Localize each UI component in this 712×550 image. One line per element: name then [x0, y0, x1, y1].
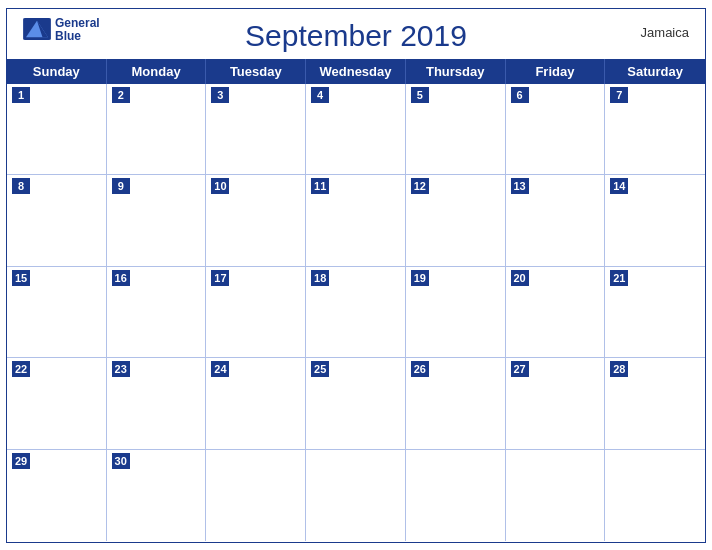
week-row-5: 2930	[7, 450, 705, 542]
calendar: General Blue September 2019 Jamaica Sund…	[6, 8, 706, 543]
week-row-1: 1234567	[7, 84, 705, 176]
date-number: 8	[12, 178, 30, 194]
week-row-4: 22232425262728	[7, 358, 705, 450]
calendar-cell	[406, 450, 506, 542]
calendar-header: General Blue September 2019 Jamaica	[7, 9, 705, 59]
week-row-2: 891011121314	[7, 175, 705, 267]
calendar-cell: 8	[7, 175, 107, 267]
calendar-cell: 25	[306, 358, 406, 450]
date-number: 4	[311, 87, 329, 103]
calendar-cell: 22	[7, 358, 107, 450]
calendar-cell: 15	[7, 267, 107, 359]
country-label: Jamaica	[641, 25, 689, 40]
date-number: 24	[211, 361, 229, 377]
date-number: 7	[610, 87, 628, 103]
date-number: 16	[112, 270, 130, 286]
calendar-cell: 20	[506, 267, 606, 359]
logo-general-text: General	[55, 17, 100, 30]
calendar-cell: 1	[7, 84, 107, 176]
calendar-cell: 30	[107, 450, 207, 542]
calendar-cell: 7	[605, 84, 705, 176]
day-header-saturday: Saturday	[605, 59, 705, 84]
calendar-cell	[506, 450, 606, 542]
calendar-cell: 4	[306, 84, 406, 176]
month-title: September 2019	[23, 19, 689, 53]
calendar-cell: 29	[7, 450, 107, 542]
days-header: SundayMondayTuesdayWednesdayThursdayFrid…	[7, 59, 705, 84]
day-header-friday: Friday	[506, 59, 606, 84]
week-row-3: 15161718192021	[7, 267, 705, 359]
date-number: 23	[112, 361, 130, 377]
logo-text: General Blue	[55, 17, 100, 43]
calendar-cell: 26	[406, 358, 506, 450]
logo-blue-text: Blue	[55, 30, 100, 43]
date-number: 30	[112, 453, 130, 469]
date-number: 17	[211, 270, 229, 286]
calendar-cell: 5	[406, 84, 506, 176]
date-number: 29	[12, 453, 30, 469]
date-number: 22	[12, 361, 30, 377]
date-number: 14	[610, 178, 628, 194]
date-number: 19	[411, 270, 429, 286]
calendar-cell: 18	[306, 267, 406, 359]
calendar-cell	[306, 450, 406, 542]
calendar-cell: 3	[206, 84, 306, 176]
calendar-cell: 28	[605, 358, 705, 450]
calendar-cell: 6	[506, 84, 606, 176]
calendar-cell: 19	[406, 267, 506, 359]
logo-icon	[23, 18, 51, 40]
date-number: 1	[12, 87, 30, 103]
calendar-cell: 10	[206, 175, 306, 267]
calendar-cell: 14	[605, 175, 705, 267]
day-header-thursday: Thursday	[406, 59, 506, 84]
calendar-cell: 16	[107, 267, 207, 359]
calendar-cell	[605, 450, 705, 542]
date-number: 10	[211, 178, 229, 194]
date-number: 12	[411, 178, 429, 194]
date-number: 2	[112, 87, 130, 103]
date-number: 25	[311, 361, 329, 377]
date-number: 6	[511, 87, 529, 103]
calendar-cell: 13	[506, 175, 606, 267]
calendar-cell	[206, 450, 306, 542]
day-header-wednesday: Wednesday	[306, 59, 406, 84]
day-header-tuesday: Tuesday	[206, 59, 306, 84]
calendar-cell: 11	[306, 175, 406, 267]
calendar-cell: 12	[406, 175, 506, 267]
date-number: 26	[411, 361, 429, 377]
date-number: 5	[411, 87, 429, 103]
date-number: 3	[211, 87, 229, 103]
calendar-cell: 23	[107, 358, 207, 450]
day-header-monday: Monday	[107, 59, 207, 84]
calendar-cell: 21	[605, 267, 705, 359]
calendar-cell: 24	[206, 358, 306, 450]
day-header-sunday: Sunday	[7, 59, 107, 84]
date-number: 13	[511, 178, 529, 194]
logo-area: General Blue	[23, 17, 100, 43]
date-number: 21	[610, 270, 628, 286]
logo-wrapper: General Blue	[23, 17, 100, 43]
calendar-cell: 27	[506, 358, 606, 450]
date-number: 20	[511, 270, 529, 286]
date-number: 27	[511, 361, 529, 377]
calendar-cell: 2	[107, 84, 207, 176]
date-number: 18	[311, 270, 329, 286]
calendar-cell: 17	[206, 267, 306, 359]
date-number: 11	[311, 178, 329, 194]
date-number: 28	[610, 361, 628, 377]
date-number: 15	[12, 270, 30, 286]
calendar-grid: 1234567891011121314151617181920212223242…	[7, 84, 705, 542]
date-number: 9	[112, 178, 130, 194]
calendar-cell: 9	[107, 175, 207, 267]
